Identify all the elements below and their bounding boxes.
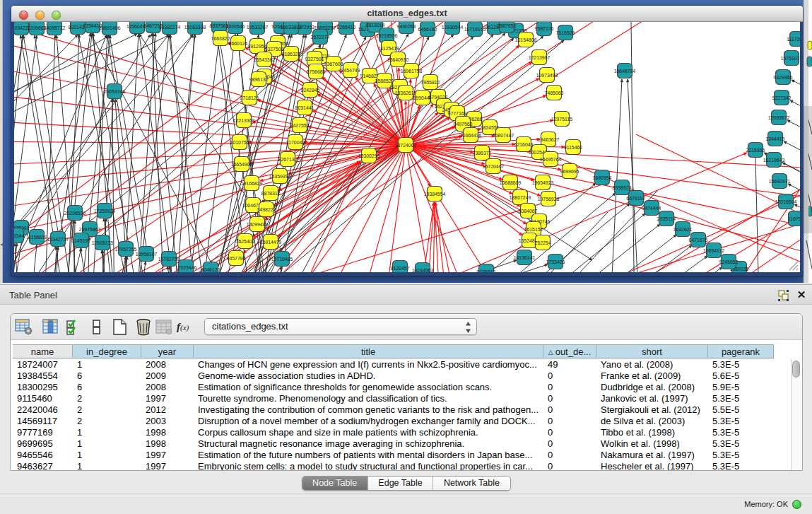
table-cell[interactable]: 0: [543, 370, 596, 382]
table-cell[interactable]: 0: [543, 416, 596, 427]
table-row[interactable]: 911546021997Tourette syndrome. Phenomeno…: [11, 393, 791, 404]
table-cell[interactable]: Genome-wide association studies in ADHD.: [194, 370, 543, 382]
table-cell[interactable]: 2012: [141, 404, 194, 416]
table-cell[interactable]: Investigating the contribution of common…: [194, 404, 543, 416]
row-height-icon[interactable]: [88, 318, 106, 336]
table-row[interactable]: 946362711997Embryonic stem cells: a mode…: [11, 461, 791, 471]
tab-network-table[interactable]: Network Table: [433, 477, 510, 490]
table-cell[interactable]: 0: [543, 393, 596, 404]
tab-node-table[interactable]: Node Table: [302, 477, 368, 490]
table-cell[interactable]: Estimation of significance thresholds fo…: [194, 382, 543, 393]
table-cell[interactable]: 5.3E-5: [708, 427, 774, 438]
table-cell[interactable]: 2: [73, 404, 141, 416]
function-builder-icon[interactable]: f(x): [177, 318, 196, 336]
table-cell[interactable]: Tibbo et al. (1998): [596, 427, 708, 438]
network-view-canvas[interactable]: 9034227120566314055712892143173544102069…: [14, 22, 800, 272]
table-vertical-scrollbar[interactable]: [791, 359, 801, 471]
select-rows-icon[interactable]: [65, 318, 83, 336]
table-cell[interactable]: 9699695: [13, 438, 73, 450]
network-window-titlebar[interactable]: citations_edges.txt: [11, 6, 803, 22]
collapse-arrow-icon[interactable]: ◂: [0, 240, 3, 249]
table-cell[interactable]: 9463627: [13, 461, 73, 471]
column-header-name[interactable]: name: [13, 344, 73, 358]
table-cell[interactable]: 18724007: [13, 359, 73, 370]
scrollbar-thumb[interactable]: [792, 361, 800, 378]
table-cell[interactable]: 1: [73, 427, 141, 438]
table-cell[interactable]: 5.3E-5: [708, 450, 774, 461]
table-cell[interactable]: Dudbridge et al. (2008): [596, 382, 708, 393]
table-cell[interactable]: Jankovic et al. (1997): [596, 393, 708, 404]
table-cell[interactable]: de Silva et al. (2003): [596, 416, 708, 427]
table-row[interactable]: 1872400712008Changes of HCN gene express…: [11, 359, 791, 370]
table-cell[interactable]: 9777169: [13, 427, 73, 438]
table-cell[interactable]: 18300295: [13, 382, 73, 393]
network-window[interactable]: citations_edges.txt 90342271205663140557…: [11, 6, 803, 276]
table-row[interactable]: 2242004622012Investigating the contribut…: [11, 404, 791, 416]
table-cell[interactable]: 1998: [141, 438, 194, 450]
table-cell[interactable]: 22420046: [13, 404, 73, 416]
select-columns-icon[interactable]: [42, 318, 60, 336]
column-header-year[interactable]: year: [141, 344, 194, 358]
table-cell[interactable]: 1: [73, 438, 141, 450]
table-cell[interactable]: 0: [543, 427, 596, 438]
table-cell[interactable]: 1998: [141, 427, 194, 438]
table-cell[interactable]: Structural magnetic resonance image aver…: [194, 438, 543, 450]
table-cell[interactable]: Nakamura et al. (1997): [596, 450, 708, 461]
tab-edge-table[interactable]: Edge Table: [368, 477, 434, 490]
table-cell[interactable]: 1997: [141, 393, 194, 404]
table-cell[interactable]: 5.3E-5: [708, 359, 774, 370]
column-header-in_degree[interactable]: in_degree: [73, 344, 141, 358]
table-cell[interactable]: Changes of HCN gene expression and I(f) …: [194, 359, 543, 370]
table-cell[interactable]: 5.5E-5: [708, 404, 774, 416]
table-cell[interactable]: 0: [543, 404, 596, 416]
import-table-icon[interactable]: [155, 318, 173, 336]
table-cell[interactable]: 5.3E-5: [708, 461, 774, 471]
table-cell[interactable]: Yano et al. (2008): [596, 359, 708, 370]
column-header-out_de[interactable]: △out_de...: [543, 344, 596, 358]
float-panel-icon[interactable]: [778, 290, 789, 301]
table-cell[interactable]: 19384554: [13, 370, 73, 382]
table-cell[interactable]: 6: [73, 382, 141, 393]
column-settings-icon[interactable]: [15, 318, 33, 336]
table-cell[interactable]: 1997: [141, 450, 194, 461]
table-row[interactable]: 1456911722003Disruption of a novel membe…: [11, 416, 791, 427]
table-cell[interactable]: 0: [543, 450, 596, 461]
new-column-icon[interactable]: [110, 318, 129, 336]
table-cell[interactable]: Wolkin et al. (1998): [596, 438, 708, 450]
column-header-pagerank[interactable]: pagerank: [708, 344, 774, 358]
table-cell[interactable]: 1: [73, 450, 141, 461]
table-cell[interactable]: Estimation of the future numbers of pati…: [194, 450, 543, 461]
table-cell[interactable]: Stergiakouli et al. (2012): [596, 404, 708, 416]
table-cell[interactable]: 2008: [141, 382, 194, 393]
table-cell[interactable]: 1: [73, 461, 141, 471]
table-cell[interactable]: 1: [73, 359, 141, 370]
window-resize-grip[interactable]: [787, 259, 799, 271]
table-cell[interactable]: Tourette syndrome. Phenomenology and cla…: [194, 393, 543, 404]
table-cell[interactable]: 49: [543, 359, 596, 370]
table-row[interactable]: 946554611997Estimation of the future num…: [11, 450, 791, 461]
table-cell[interactable]: 2008: [141, 359, 194, 370]
memory-ok-indicator[interactable]: [792, 500, 801, 509]
table-cell[interactable]: 14569117: [13, 416, 73, 427]
table-cell[interactable]: 2: [73, 393, 141, 404]
table-cell[interactable]: 9115460: [13, 393, 73, 404]
column-header-title[interactable]: title: [194, 344, 543, 358]
table-cell[interactable]: 6: [73, 370, 141, 382]
table-cell[interactable]: Disruption of a novel member of a sodium…: [194, 416, 543, 427]
citation-network-graph[interactable]: 9034227120566314055712892143173544102069…: [14, 22, 800, 272]
table-cell[interactable]: Embryonic stem cells: a model to study s…: [194, 461, 543, 471]
column-header-short[interactable]: short: [596, 344, 708, 358]
delete-column-icon[interactable]: [134, 318, 153, 336]
table-cell[interactable]: Corpus callosum shape and size in male p…: [194, 427, 543, 438]
table-row[interactable]: 977716911998Corpus callosum shape and si…: [11, 427, 791, 438]
close-panel-icon[interactable]: ✕: [796, 288, 807, 301]
table-cell[interactable]: 9465546: [13, 450, 73, 461]
table-cell[interactable]: 5.3E-5: [708, 393, 774, 404]
table-cell[interactable]: 5.9E-5: [708, 382, 774, 393]
table-cell[interactable]: Hescheler et al. (1997): [596, 461, 708, 471]
table-cell[interactable]: 0: [543, 438, 596, 450]
table-header-row[interactable]: namein_degreeyeartitle△out_de...shortpag…: [11, 344, 802, 358]
table-cell[interactable]: 5.3E-5: [708, 438, 774, 450]
table-cell[interactable]: 5.6E-5: [708, 370, 774, 382]
table-row[interactable]: 1830029562008Estimation of significance …: [11, 382, 791, 393]
